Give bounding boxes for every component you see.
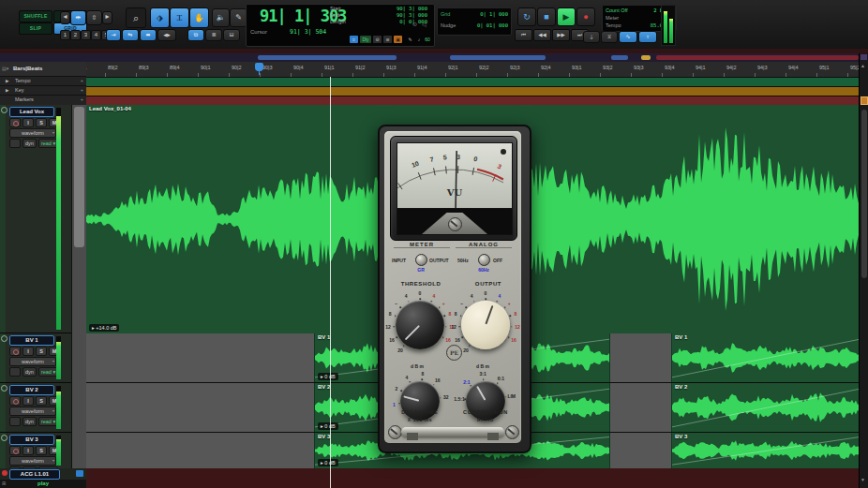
- no-input-icon[interactable]: ⊘: [373, 36, 382, 43]
- zoom-preset-3[interactable]: 3: [81, 30, 91, 40]
- nudge-label[interactable]: Nudge: [441, 22, 456, 28]
- key-lane-label[interactable]: Key: [15, 86, 23, 95]
- ruler-title[interactable]: Bars|Beats: [13, 66, 42, 71]
- zoom-vertical-icon[interactable]: ⇳: [86, 10, 102, 25]
- track-view-selector[interactable]: waveform: [9, 456, 56, 466]
- tempo-add-button[interactable]: +: [81, 77, 83, 85]
- count-off-label[interactable]: Count Off: [606, 7, 627, 14]
- metronome-button[interactable]: ⍊: [583, 31, 600, 43]
- rewind-button[interactable]: ◀◀: [533, 29, 551, 41]
- selection-start-value[interactable]: 90| 3| 000: [397, 6, 427, 12]
- delay-compensation-chip[interactable]: Dly: [360, 36, 371, 43]
- scroll-down-icon[interactable]: ▼: [861, 477, 865, 482]
- grid-view-icon[interactable]: ⊞: [2, 481, 6, 486]
- marker-ruler-button[interactable]: [861, 96, 868, 105]
- ruler-canvas[interactable]: 89|189|289|389|490|190|290|390|491|191|2…: [86, 62, 868, 105]
- tempo-lane-label[interactable]: Tempo: [15, 77, 31, 85]
- meter-label[interactable]: Meter: [606, 14, 619, 22]
- note-status-icon[interactable]: ♪: [415, 36, 423, 43]
- clip-bv-1[interactable]: BV 1: [671, 333, 861, 382]
- trim-tool-icon[interactable]: ⬗: [150, 7, 170, 28]
- automation-lane-selector[interactable]: dyn: [22, 139, 37, 148]
- zoom-preset-4[interactable]: 4: [91, 30, 101, 40]
- markers-lane[interactable]: [86, 96, 868, 105]
- tempo-label[interactable]: Tempo: [606, 22, 621, 29]
- link-timeline-edit-icon[interactable]: ⇆: [122, 29, 139, 41]
- automation-lane-selector[interactable]: dyn: [22, 367, 37, 377]
- zoom-in-arrow[interactable]: ▸: [102, 11, 112, 24]
- track-enable-icon[interactable]: [1, 435, 7, 441]
- key-add-button[interactable]: +: [81, 86, 83, 95]
- return-to-zero-button[interactable]: ⏮: [515, 29, 532, 41]
- scroll-up-icon[interactable]: ▲: [861, 63, 865, 68]
- count-off-button[interactable]: ⧖: [601, 31, 618, 43]
- automation-mode-selector[interactable]: read ▾: [38, 139, 58, 148]
- record-enable-button[interactable]: [9, 118, 21, 127]
- zoom-preset-2[interactable]: 2: [70, 30, 81, 40]
- threshold-knob[interactable]: [396, 301, 444, 349]
- tempo-ruler-enable-button[interactable]: ∿: [619, 31, 637, 43]
- clip-bv-3[interactable]: BV 3: [671, 433, 861, 468]
- midi-merge-button[interactable]: ♆: [638, 31, 657, 43]
- key-lane-disclosure-icon[interactable]: ▶: [6, 86, 8, 95]
- zoom-preset-1[interactable]: 1: [60, 30, 70, 40]
- grid-label[interactable]: Grid: [441, 11, 450, 17]
- input-monitor-button[interactable]: I: [22, 446, 34, 455]
- automation-lane-selector[interactable]: dyn: [22, 417, 37, 426]
- automation-follows-edit-icon[interactable]: ⊟: [223, 29, 240, 41]
- record-enable-button[interactable]: [9, 446, 21, 455]
- track-view-selector[interactable]: waveform: [9, 357, 56, 366]
- automation-enable-icon[interactable]: [9, 417, 21, 426]
- track-enable-icon[interactable]: [1, 385, 7, 392]
- track-enable-icon[interactable]: [1, 107, 7, 113]
- grid-value[interactable]: 0| 1| 000: [480, 11, 508, 17]
- ruler-view-icon[interactable]: ▤▾: [2, 66, 8, 71]
- automation-mode-selector[interactable]: read ▾: [38, 367, 58, 377]
- acg-track-lane[interactable]: [86, 468, 859, 488]
- acg-record-enabled-icon[interactable]: [2, 470, 7, 476]
- solo-button[interactable]: S: [36, 446, 47, 455]
- pre-roll-icon[interactable]: ⊙: [412, 21, 417, 27]
- timeline-insertion-icon[interactable]: ≡: [350, 36, 358, 43]
- pencil-status-icon[interactable]: ✎: [406, 36, 414, 43]
- track-view-selector[interactable]: waveform: [9, 407, 56, 416]
- tempo-lane-disclosure-icon[interactable]: ▶: [6, 77, 8, 85]
- tab-to-transient-icon[interactable]: ⇥: [106, 29, 121, 41]
- track-name[interactable]: Lead Vox: [9, 107, 54, 117]
- track-name[interactable]: BV 2: [9, 385, 54, 395]
- record-safe-icon[interactable]: ▣: [394, 36, 402, 43]
- grabber-tool-icon[interactable]: ✋: [189, 7, 209, 28]
- clip-gain-chip[interactable]: ▸ 0 dB: [318, 459, 338, 466]
- post-roll-icon[interactable]: ◁: [422, 21, 427, 27]
- scroll-thumb[interactable]: [861, 110, 867, 278]
- link-track-edit-icon[interactable]: ⬌: [140, 29, 157, 41]
- layered-editing-icon[interactable]: ≣: [205, 29, 222, 41]
- fast-forward-button[interactable]: ▶▶: [552, 29, 570, 41]
- solo-button[interactable]: S: [36, 347, 47, 356]
- track-height-rail[interactable]: [71, 105, 87, 468]
- mirrored-midi-icon[interactable]: ⧉: [187, 29, 204, 41]
- output-knob[interactable]: [461, 301, 510, 349]
- solo-button[interactable]: S: [36, 396, 47, 406]
- automation-enable-icon[interactable]: [9, 139, 21, 148]
- list-icon[interactable]: ≋: [383, 36, 392, 43]
- track-view-selector[interactable]: waveform: [9, 128, 56, 138]
- input-monitor-button[interactable]: I: [22, 396, 34, 406]
- analog-toggle-switch[interactable]: [478, 254, 490, 266]
- scrub-tool-icon[interactable]: 🔈: [212, 8, 230, 27]
- rail-thumb[interactable]: [74, 107, 84, 247]
- edit-mode-slip[interactable]: SLIP: [19, 22, 52, 35]
- track-enable-icon[interactable]: [1, 335, 7, 342]
- zoom-horizontal-icon[interactable]: ⇹: [70, 10, 86, 25]
- nudge-value[interactable]: 0| 01| 000: [477, 22, 508, 28]
- clip-gain-chip[interactable]: ▸ 0 dB: [318, 373, 338, 380]
- timeline-insertion-marker[interactable]: [255, 63, 263, 71]
- markers-lane-label[interactable]: Markers: [15, 96, 34, 104]
- vertical-scrollbar[interactable]: ▲ ▼: [859, 53, 868, 488]
- record-enable-button[interactable]: [9, 396, 21, 406]
- track-name[interactable]: BV 1: [9, 335, 54, 346]
- automation-mode-selector[interactable]: read ▾: [38, 417, 58, 426]
- clip-bv-2[interactable]: BV 2: [671, 383, 861, 432]
- input-monitor-button[interactable]: I: [22, 347, 34, 356]
- acg-collapse-button[interactable]: [76, 470, 83, 477]
